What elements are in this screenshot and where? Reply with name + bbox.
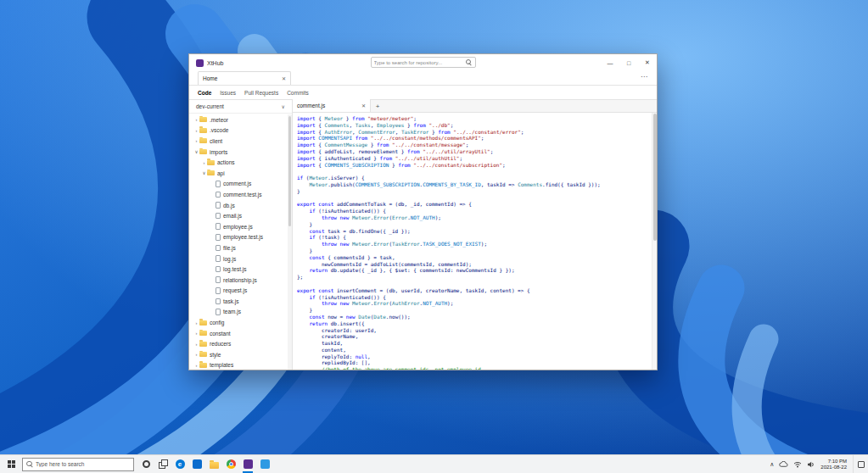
taskbar-icon-edge[interactable]: e — [171, 455, 188, 473]
tree-item-email.js[interactable]: email.js — [189, 210, 292, 221]
folder-icon — [199, 320, 207, 326]
maximize-button[interactable]: □ — [619, 54, 638, 71]
code-area[interactable]: import { Meteor } from "meteor/meteor";i… — [293, 113, 657, 370]
app-logo-icon — [196, 59, 204, 67]
folder-icon — [199, 117, 207, 122]
tree-item-employee.js[interactable]: employee.js — [189, 221, 292, 232]
chevron-right-icon[interactable]: › — [193, 138, 199, 143]
more-options-button[interactable]: ⋯ — [641, 73, 648, 81]
tab-home[interactable]: Home ✕ — [198, 71, 291, 85]
taskbar-clock[interactable]: 7:10 PM 2021-08-22 — [820, 459, 853, 470]
folder-icon — [199, 149, 207, 154]
tree-item-label: employee.test.js — [223, 234, 263, 240]
tree-item-log.test.js[interactable]: log.test.js — [189, 264, 292, 275]
taskbar-icon-vscode[interactable] — [256, 455, 273, 473]
repo-search-input[interactable] — [374, 58, 466, 67]
chevron-right-icon[interactable]: › — [193, 320, 199, 326]
new-tab-button[interactable]: + — [371, 103, 384, 112]
tree-item-constant[interactable]: ›constant — [189, 328, 292, 339]
tree-item-config[interactable]: ›config — [189, 317, 292, 328]
tree-item-comment.js[interactable]: comment.js — [189, 179, 292, 190]
tree-item-client[interactable]: ›client — [189, 136, 292, 147]
tree-item-label: actions — [217, 159, 235, 165]
xthub-window: XtHub — □ ✕ Home ✕ ⋯ CodeIssuesPull Requ… — [188, 53, 658, 370]
nav-commits[interactable]: Commits — [287, 90, 309, 96]
chevron-right-icon[interactable]: › — [193, 331, 199, 336]
start-button[interactable] — [0, 455, 22, 473]
tree-item-.vscode[interactable]: ›.vscode — [189, 125, 292, 136]
folder-icon — [199, 352, 207, 357]
editor-tab-label: comment.js — [297, 103, 325, 109]
tree-item-file.js[interactable]: file.js — [189, 242, 292, 253]
search-icon — [466, 59, 473, 66]
tree-item-comment.test.js[interactable]: comment.test.js — [189, 189, 292, 200]
volume-icon[interactable] — [807, 461, 815, 468]
tree-item-templates[interactable]: ›templates — [189, 360, 292, 370]
tree-item-api[interactable]: ∨api — [189, 168, 292, 179]
tab-home-label: Home — [203, 75, 217, 81]
minimize-button[interactable]: — — [601, 54, 619, 71]
tree-item-request.js[interactable]: request.js — [189, 286, 292, 297]
window-titlebar[interactable]: XtHub — □ ✕ — [189, 54, 657, 71]
editor-tab-commentjs[interactable]: comment.js ✕ — [293, 99, 371, 112]
editor-scrollbar[interactable] — [652, 113, 657, 370]
nav-pull-requests[interactable]: Pull Requests — [244, 90, 278, 96]
tree-item-imports[interactable]: ∨imports — [189, 147, 292, 158]
taskbar-icon-store[interactable] — [188, 455, 205, 473]
editor-tab-close-icon[interactable]: ✕ — [361, 103, 366, 109]
nav-issues[interactable]: Issues — [220, 90, 236, 96]
tree-item-team.js[interactable]: team.js — [189, 307, 292, 318]
sidebar-scrollbar-thumb[interactable] — [288, 116, 291, 226]
close-button[interactable]: ✕ — [638, 54, 657, 71]
repo-search-box[interactable] — [371, 57, 476, 68]
branch-selector[interactable]: dev-current ∨ — [189, 100, 292, 114]
sidebar-scrollbar[interactable] — [288, 114, 292, 370]
file-icon — [216, 223, 221, 230]
taskbar-search-input[interactable] — [36, 459, 130, 470]
file-icon — [216, 266, 221, 273]
chevron-right-icon[interactable]: › — [193, 363, 199, 368]
taskbar-icon-chrome[interactable] — [222, 455, 239, 473]
tree-item-label: .meteor — [210, 117, 228, 123]
taskbar-icon-cortana[interactable] — [137, 455, 154, 473]
notification-icon — [858, 461, 865, 468]
chevron-right-icon[interactable]: › — [193, 117, 199, 122]
editor: comment.js ✕ + import { Meteor } from "m… — [293, 100, 657, 370]
network-icon[interactable] — [793, 461, 802, 468]
branch-name: dev-current — [196, 103, 224, 109]
file-icon — [216, 287, 221, 294]
chevron-down-icon[interactable]: ∨ — [201, 170, 207, 175]
taskbar-icon-file-explorer[interactable] — [205, 455, 222, 473]
chevron-right-icon[interactable]: › — [193, 342, 199, 347]
chevron-right-icon[interactable]: › — [201, 160, 207, 165]
editor-scrollbar-thumb[interactable] — [653, 114, 657, 241]
tree-item-db.js[interactable]: db.js — [189, 200, 292, 211]
tree-item-actions[interactable]: ›actions — [189, 157, 292, 168]
tree-item-.meteor[interactable]: ›.meteor — [189, 114, 292, 125]
chevron-down-icon[interactable]: ∨ — [193, 149, 199, 154]
task-view-icon — [159, 459, 168, 469]
tree-item-task.js[interactable]: task.js — [189, 296, 292, 307]
action-center-button[interactable] — [853, 455, 868, 473]
tree-item-label: style — [210, 352, 221, 358]
nav-code[interactable]: Code — [198, 90, 211, 96]
folder-icon — [207, 160, 215, 165]
taskbar-search-box[interactable] — [22, 458, 134, 471]
taskbar: e ∧ 7:10 PM 2021-08-22 — [0, 454, 868, 473]
onedrive-icon[interactable] — [779, 461, 788, 468]
tree-item-label: constant — [210, 331, 231, 337]
taskbar-icon-xthub[interactable] — [239, 455, 256, 473]
app-tab-row: Home ✕ ⋯ — [189, 71, 657, 86]
chevron-right-icon[interactable]: › — [193, 128, 199, 133]
file-icon — [216, 276, 221, 283]
chevron-down-icon: ∨ — [282, 103, 285, 109]
tree-item-log.js[interactable]: log.js — [189, 253, 292, 264]
tray-expand-icon[interactable]: ∧ — [770, 461, 774, 468]
tree-item-style[interactable]: ›style — [189, 349, 292, 360]
taskbar-icon-task-view[interactable] — [154, 455, 171, 473]
tree-item-employee.test.js[interactable]: employee.test.js — [189, 232, 292, 243]
chevron-right-icon[interactable]: › — [193, 352, 199, 357]
tree-item-relationship.js[interactable]: relationship.js — [189, 275, 292, 286]
tree-item-reducers[interactable]: ›reducers — [189, 338, 292, 349]
tab-close-icon[interactable]: ✕ — [282, 75, 286, 81]
